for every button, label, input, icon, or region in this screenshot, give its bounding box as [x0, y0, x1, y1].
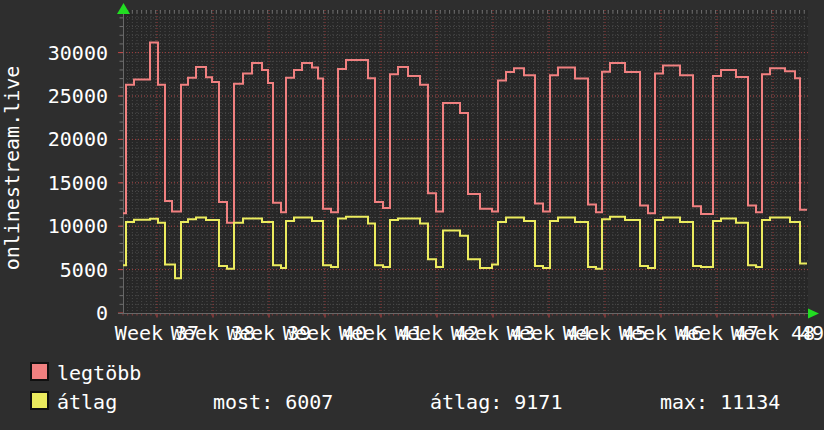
stat-most: most: 6007: [213, 390, 333, 414]
stat-max: max: 11134: [660, 390, 780, 414]
legend-row-legtobb: legtöbb: [0, 361, 824, 387]
legend-label-legtobb: legtöbb: [57, 361, 141, 385]
y-tick-label: 30000: [18, 41, 108, 65]
legend-swatch-legtobb: [30, 362, 49, 381]
chart-area: 050001000015000200002500030000Week 37Wee…: [0, 0, 824, 355]
y-tick-label: 25000: [18, 84, 108, 108]
chart-svg: [0, 0, 824, 355]
y-tick-label: 10000: [18, 214, 108, 238]
legend-label-atlag: átlag: [57, 390, 117, 414]
stat-atlag: átlag: 9171: [430, 390, 562, 414]
legend-swatch-atlag: [30, 391, 49, 410]
rrd-graph: onlinestream.live 0500010000150002000025…: [0, 0, 824, 430]
legend-row-atlag: átlag most: 6007 átlag: 9171 max: 11134: [0, 390, 824, 416]
y-tick-label: 15000: [18, 171, 108, 195]
y-tick-label: 5000: [18, 258, 108, 282]
x-tick-label: 49: [747, 321, 824, 345]
y-tick-label: 20000: [18, 127, 108, 151]
